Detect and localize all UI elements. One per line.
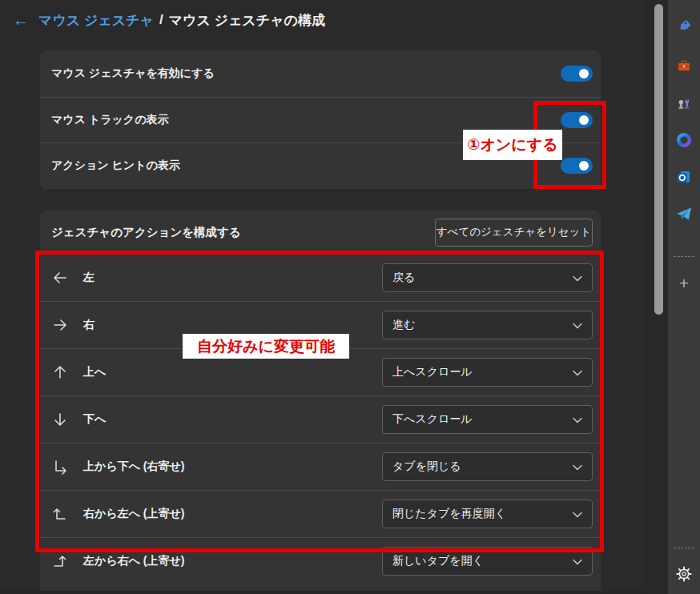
- setting-label: マウス トラックの表示: [51, 113, 561, 127]
- toggle-knob: [579, 115, 589, 125]
- scrollbar-thumb[interactable]: [654, 4, 663, 315]
- breadcrumb-link-mouse-gesture[interactable]: マウス ジェスチャ: [38, 11, 154, 30]
- reset-all-gestures-button[interactable]: すべてのジェスチャをリセット: [435, 219, 593, 247]
- setting-label: マウス ジェスチャを有効にする: [51, 66, 561, 81]
- chevron-down-icon: [573, 507, 582, 521]
- dropdown-value: 新しいタブを開く: [392, 554, 484, 568]
- chevron-down-icon: [573, 365, 582, 379]
- annotation-turn-on: ①オンにする: [463, 130, 562, 160]
- plus-icon: +: [679, 275, 689, 291]
- gesture-action-dropdown-down[interactable]: 下へスクロール: [382, 405, 593, 434]
- toggle-knob: [579, 161, 589, 171]
- setting-label: アクション ヒントの表示: [51, 159, 561, 173]
- browser-sidebar: +: [667, 0, 700, 594]
- right-arrow-icon: [51, 316, 69, 334]
- toggle-knob: [579, 69, 589, 78]
- outlook-icon[interactable]: [675, 168, 693, 186]
- gesture-label: 上から下へ (右寄せ): [83, 460, 185, 474]
- gesture-row-down: 下へ 下へスクロール: [40, 395, 601, 443]
- back-icon[interactable]: ←: [11, 12, 30, 28]
- gesture-row-left-then-up: 右から左へ (上寄せ) 閉じたタブを再度開く: [40, 490, 601, 537]
- chevron-down-icon: [573, 412, 582, 427]
- dropdown-value: タブを閉じる: [392, 460, 461, 474]
- gesture-card-header: ジェスチャのアクションを構成する すべてのジェスチャをリセット: [40, 211, 601, 254]
- right-then-up-arrow-icon: [51, 552, 69, 570]
- gesture-row-left: 左 戻る: [40, 254, 601, 301]
- gesture-label: 上へ: [83, 365, 106, 379]
- settings-page: ← マウス ジェスチャ / マウス ジェスチャの構成 マウス ジェスチャを有効に…: [0, 0, 700, 594]
- gesture-label: 右から左へ (上寄せ): [83, 507, 185, 521]
- breadcrumb-separator: /: [159, 12, 163, 28]
- gesture-label: 下へ: [83, 412, 106, 427]
- telegram-icon[interactable]: [675, 205, 693, 223]
- gesture-actions-card: ジェスチャのアクションを構成する すべてのジェスチャをリセット 左 戻る 右 進…: [40, 211, 601, 594]
- chevron-down-icon: [573, 460, 582, 474]
- left-arrow-icon: [51, 269, 69, 287]
- toggle-settings-card: マウス ジェスチャを有効にする マウス トラックの表示 アクション ヒントの表示: [40, 50, 601, 189]
- toolbox-icon[interactable]: [675, 57, 693, 74]
- gesture-action-dropdown-up[interactable]: 上へスクロール: [382, 358, 593, 387]
- page-title: マウス ジェスチャの構成: [169, 11, 325, 30]
- gesture-action-dropdown-right-then-up[interactable]: 新しいタブを開く: [382, 547, 593, 576]
- annotation-customizable: 自分好みに変更可能: [183, 334, 349, 359]
- chevron-down-icon: [573, 318, 582, 332]
- gesture-action-dropdown-down-then-right[interactable]: タブを閉じる: [382, 452, 593, 481]
- chevron-down-icon: [573, 554, 582, 568]
- gesture-label: 左: [83, 271, 95, 285]
- down-then-right-arrow-icon: [51, 458, 69, 476]
- gesture-action-dropdown-left-then-up[interactable]: 閉じたタブを再度開く: [382, 500, 593, 528]
- down-arrow-icon: [51, 411, 69, 428]
- sidebar-divider: [674, 548, 694, 548]
- dropdown-value: 上へスクロール: [392, 365, 473, 379]
- left-then-up-arrow-icon: [51, 505, 69, 523]
- gesture-action-dropdown-left[interactable]: 戻る: [382, 263, 593, 292]
- dropdown-value: 閉じたタブを再度開く: [392, 507, 506, 521]
- gesture-row-right-then-up: 左から右へ (上寄せ) 新しいタブを開く: [40, 537, 601, 584]
- chevron-down-icon: [573, 271, 582, 285]
- enable-gestures-toggle[interactable]: [561, 66, 593, 82]
- show-track-toggle[interactable]: [561, 112, 593, 128]
- gesture-row-down-then-right: 上から下へ (右寄せ) タブを閉じる: [40, 443, 601, 490]
- page-header: ← マウス ジェスチャ / マウス ジェスチャの構成: [11, 8, 325, 32]
- add-sidebar-app-button[interactable]: +: [675, 274, 693, 291]
- loop-icon[interactable]: [675, 131, 693, 149]
- chess-icon[interactable]: [675, 94, 693, 112]
- dropdown-value: 下へスクロール: [392, 412, 473, 427]
- show-hints-toggle[interactable]: [561, 158, 593, 174]
- breadcrumb: マウス ジェスチャ / マウス ジェスチャの構成: [38, 11, 325, 30]
- sidebar-divider: [674, 256, 694, 257]
- gesture-action-dropdown-right[interactable]: 進む: [382, 311, 593, 339]
- gesture-label: 右: [83, 318, 95, 332]
- tag-icon[interactable]: [675, 18, 693, 35]
- setting-row-enable-gestures: マウス ジェスチャを有効にする: [40, 50, 601, 97]
- dropdown-value: 進む: [392, 318, 415, 332]
- bottom-edge-divider: [0, 591, 646, 594]
- dropdown-value: 戻る: [392, 271, 415, 285]
- gear-icon[interactable]: [675, 565, 693, 583]
- up-arrow-icon: [51, 363, 69, 381]
- gesture-card-title: ジェスチャのアクションを構成する: [51, 225, 435, 240]
- gesture-label: 左から右へ (上寄せ): [83, 554, 185, 568]
